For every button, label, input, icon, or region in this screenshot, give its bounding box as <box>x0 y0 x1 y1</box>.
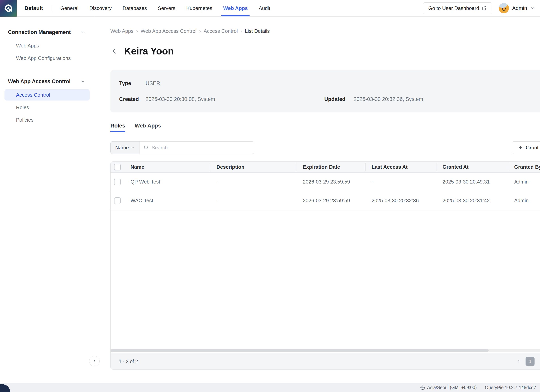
querypie-logo-icon <box>3 3 14 13</box>
detail-tabs: Roles Web Apps <box>110 122 540 132</box>
type-label: Type <box>119 80 145 87</box>
cell-last-access-at: - <box>365 179 436 185</box>
querypie-logo[interactable] <box>0 0 17 17</box>
external-link-icon <box>482 6 487 11</box>
breadcrumb-access-control[interactable]: Access Control <box>204 28 238 34</box>
user-menu[interactable]: Admin <box>499 3 535 13</box>
cell-granted-by: Admin <box>508 179 540 185</box>
breadcrumb-web-apps[interactable]: Web Apps <box>110 28 133 34</box>
back-button[interactable] <box>110 47 118 55</box>
sidebar-group-header-web-app-access-control[interactable]: Web App Access Control <box>0 77 94 86</box>
dashboard-button-label: Go to User Dashboard <box>428 5 479 11</box>
column-header-granted-at[interactable]: Granted At <box>436 162 508 172</box>
cell-description: - <box>210 198 297 204</box>
pagination-range: 1 - 2 of 2 <box>119 359 138 364</box>
nav-item-discovery[interactable]: Discovery <box>89 0 112 16</box>
breadcrumb: Web Apps › Web App Access Control › Acce… <box>110 28 540 34</box>
filter-field-value: Name <box>115 145 129 151</box>
tab-web-apps[interactable]: Web Apps <box>135 122 161 132</box>
sidebar-item-access-control[interactable]: Access Control <box>5 89 90 101</box>
sidebar-item-policies[interactable]: Policies <box>5 114 90 126</box>
collapse-sidebar-button[interactable] <box>89 356 100 366</box>
horizontal-scrollbar-thumb[interactable] <box>110 349 489 352</box>
table-header-row: Name Description Expiration Date Last Ac… <box>110 162 540 173</box>
filter-field-select[interactable]: Name <box>110 142 140 154</box>
row-checkbox[interactable] <box>114 179 121 185</box>
type-value: USER <box>145 80 160 87</box>
content-area: Web Apps › Web App Access Control › Acce… <box>94 17 540 383</box>
cell-expiration-date: 2026-03-29 23:59:59 <box>297 198 365 204</box>
sidebar-group-label: Connection Management <box>8 29 71 35</box>
go-to-user-dashboard-button[interactable]: Go to User Dashboard <box>423 2 492 14</box>
table-footer: 1 - 2 of 2 1 <box>110 353 540 369</box>
next-page-button[interactable] <box>538 358 540 365</box>
grant-roles-button[interactable]: Grant Roles <box>512 141 540 154</box>
cell-expiration-date: 2026-03-29 23:59:59 <box>297 179 365 185</box>
nav-right-group: Go to User Dashboard Admin <box>423 2 540 14</box>
version-label: QueryPie 10.2.7-148dcd7 <box>485 385 536 390</box>
globe-icon <box>420 385 425 390</box>
sidebar-item-web-apps[interactable]: Web Apps <box>5 40 90 51</box>
sidebar-item-roles[interactable]: Roles <box>5 102 90 113</box>
column-header-description[interactable]: Description <box>210 162 297 172</box>
nav-item-kubernetes[interactable]: Kubernetes <box>186 0 212 16</box>
column-header-expiration-date[interactable]: Expiration Date <box>297 162 365 172</box>
updated-value: 2025-03-30 20:32:36, System <box>354 96 423 102</box>
cell-granted-at: 2025-03-30 20:49:31 <box>436 179 508 185</box>
chevron-right-icon: › <box>199 28 201 34</box>
row-checkbox[interactable] <box>114 197 121 204</box>
plus-icon <box>518 145 523 150</box>
updated-label: Updated <box>324 96 354 102</box>
sidebar-group-web-app-access-control: Web App Access Control Access Control Ro… <box>0 77 94 126</box>
breadcrumb-web-app-access-control[interactable]: Web App Access Control <box>141 28 196 34</box>
current-page-button[interactable]: 1 <box>525 357 535 366</box>
table-row[interactable]: QP Web Test - 2026-03-29 23:59:59 - 2025… <box>110 173 540 191</box>
sidebar-item-web-app-configurations[interactable]: Web App Configurations <box>5 53 90 64</box>
nav-item-web-apps[interactable]: Web Apps <box>223 0 248 16</box>
cell-last-access-at: 2025-03-30 20:32:36 <box>365 198 436 204</box>
user-name: Admin <box>512 5 527 11</box>
workspace-name[interactable]: Default <box>25 5 43 11</box>
roles-table-card: Name Description Expiration Date Last Ac… <box>110 162 540 370</box>
cell-granted-at: 2025-03-30 20:31:42 <box>436 198 508 204</box>
page-title: Keira Yoon <box>124 45 174 57</box>
created-value: 2025-03-30 20:30:08, System <box>145 96 215 102</box>
chevron-up-icon <box>80 30 85 35</box>
nav-item-databases[interactable]: Databases <box>123 0 147 16</box>
nav-item-audit[interactable]: Audit <box>259 0 270 16</box>
previous-page-button[interactable] <box>515 358 522 365</box>
search-input[interactable] <box>152 145 254 151</box>
app-version: QueryPie 10.2.7-148dcd7 <box>485 385 536 390</box>
column-header-last-access-at[interactable]: Last Access At <box>365 162 436 172</box>
table-row[interactable]: WAC-Test - 2026-03-29 23:59:59 2025-03-3… <box>110 191 540 210</box>
app-footer: Asia/Seoul (GMT+09:00) QueryPie 10.2.7-1… <box>0 383 540 392</box>
main-layout: Connection Management Web Apps Web App C… <box>0 17 540 383</box>
chevron-up-icon <box>80 79 85 84</box>
nav-item-servers[interactable]: Servers <box>158 0 175 16</box>
column-header-granted-by[interactable]: Granted By <box>508 162 540 172</box>
sidebar-group-label: Web App Access Control <box>8 78 70 84</box>
nav-item-general[interactable]: General <box>60 0 79 16</box>
pagination-controls: 1 <box>515 357 540 366</box>
created-label: Created <box>119 96 145 102</box>
timezone-indicator[interactable]: Asia/Seoul (GMT+09:00) <box>420 385 477 390</box>
breadcrumb-list-details: List Details <box>245 28 270 34</box>
chevron-right-icon: › <box>136 28 138 34</box>
column-header-name[interactable]: Name <box>124 162 210 172</box>
sidebar: Connection Management Web Apps Web App C… <box>0 17 94 383</box>
select-all-checkbox[interactable] <box>114 164 121 170</box>
detail-summary-box: Type USER Created 2025-03-30 20:30:08, S… <box>110 70 540 113</box>
avatar <box>499 3 509 13</box>
corner-floating-button[interactable] <box>0 384 10 392</box>
grant-roles-label: Grant Roles <box>526 145 540 151</box>
cell-granted-by: Admin <box>508 198 540 204</box>
tab-roles[interactable]: Roles <box>110 122 125 132</box>
horizontal-scrollbar-track[interactable] <box>110 349 540 352</box>
top-nav: Default General Discovery Databases Serv… <box>0 0 540 17</box>
chevron-down-icon <box>530 6 535 10</box>
sidebar-group-header-connection-management[interactable]: Connection Management <box>0 28 94 37</box>
primary-nav: General Discovery Databases Servers Kube… <box>60 0 270 16</box>
search-group: Name <box>110 141 254 154</box>
cell-name: QP Web Test <box>124 179 210 185</box>
filter-row: Name Grant Roles <box>110 141 540 154</box>
